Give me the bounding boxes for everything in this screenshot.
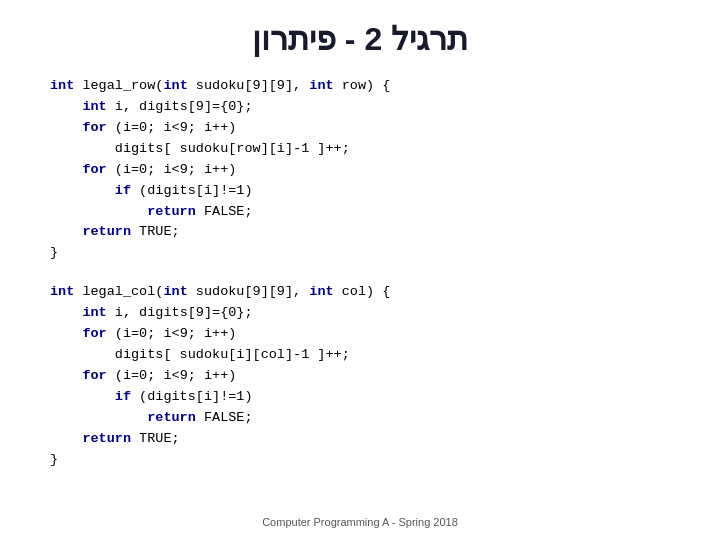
- slide-title: תרגיל 2 - פיתרון: [40, 20, 680, 58]
- footer-text: Computer Programming A - Spring 2018: [0, 516, 720, 528]
- code-block-1: int legal_row(int sudoku[9][9], int row)…: [40, 76, 680, 264]
- slide: תרגיל 2 - פיתרון int legal_row(int sudok…: [0, 0, 720, 540]
- code-block-2: int legal_col(int sudoku[9][9], int col)…: [40, 282, 680, 470]
